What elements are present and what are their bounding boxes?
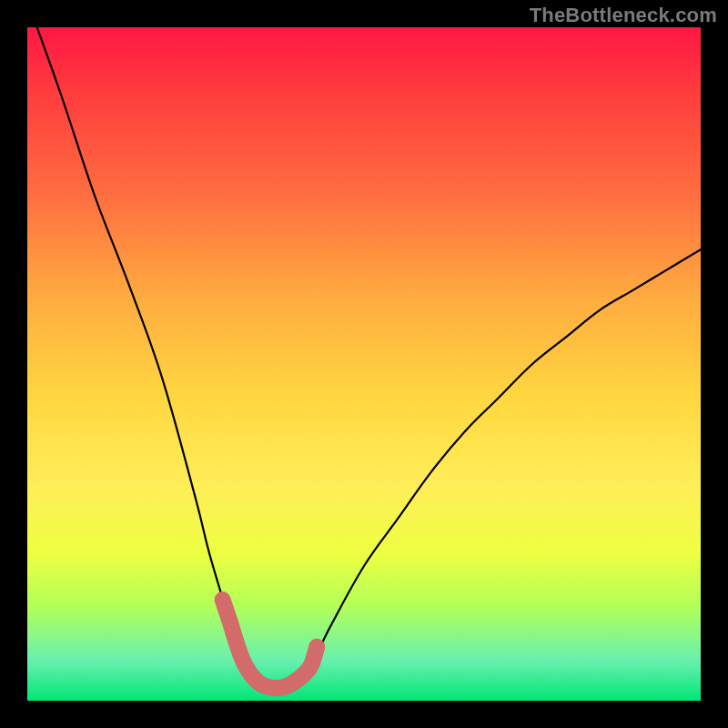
- plot-area: [27, 27, 701, 701]
- chart-stage: TheBottleneck.com: [0, 0, 728, 728]
- curve-svg: [27, 27, 701, 701]
- bottleneck-curve-path: [27, 0, 701, 688]
- watermark-text: TheBottleneck.com: [530, 4, 717, 27]
- highlight-band-path: [223, 600, 318, 688]
